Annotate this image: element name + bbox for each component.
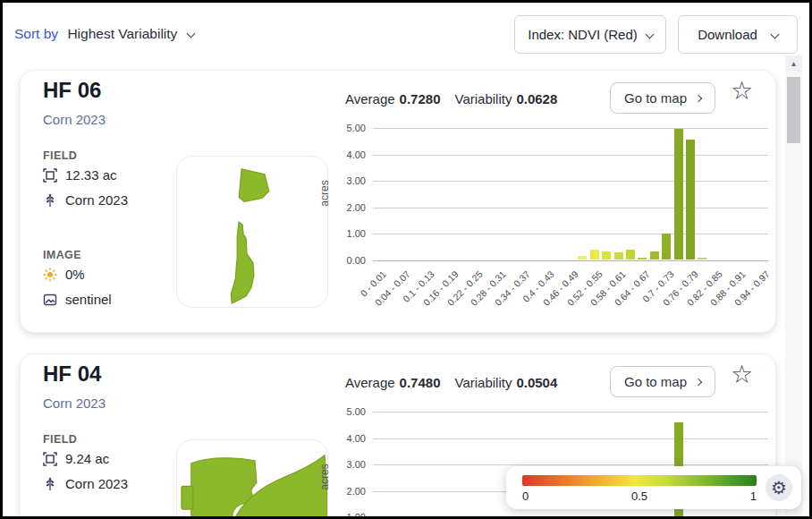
gear-icon: ⚙ — [771, 477, 787, 498]
image-section-label: IMAGE — [43, 249, 81, 261]
image-icon — [43, 293, 57, 307]
field-card-hf06: HF 06 Corn 2023 FIELD 12.33 ac Corn 2023 — [20, 70, 776, 333]
sun-icon — [43, 268, 57, 282]
average-label: Average — [345, 375, 395, 390]
chevron-down-icon — [770, 30, 779, 39]
field-area-row: 12.33 ac — [43, 167, 117, 183]
sort-by-control: Sort by Highest Variability — [14, 26, 194, 42]
y-axis-tick: 3.00 — [326, 459, 366, 470]
scrollbar-thumb[interactable] — [787, 77, 800, 143]
grid-line — [373, 517, 768, 518]
grid-line — [373, 234, 768, 234]
field-metrics: Average0.7280Variability0.0628 — [345, 91, 557, 106]
field-metrics: Average0.7480Variability0.0504 — [345, 375, 557, 390]
field-crop-value: Corn 2023 — [65, 192, 128, 208]
grid-line — [373, 128, 768, 129]
wheat-icon — [43, 477, 57, 491]
field-area-value: 9.24 ac — [65, 451, 109, 466]
go-to-map-label: Go to map — [624, 374, 687, 389]
y-axis-tick: 2.00 — [326, 202, 366, 213]
histogram-bar — [614, 252, 623, 260]
average-value: 0.7280 — [400, 91, 441, 106]
favorite-star-icon[interactable]: ☆ — [731, 79, 753, 104]
index-dropdown-label: Index: NDVI (Red) — [528, 27, 638, 42]
sort-by-value[interactable]: Highest Variability — [67, 26, 177, 41]
grid-line — [373, 155, 768, 156]
y-axis-tick: 1.00 — [326, 228, 366, 239]
y-axis-tick: 5.00 — [326, 123, 366, 133]
chevron-right-icon — [695, 94, 702, 101]
field-shape-hf06 — [177, 157, 327, 307]
grid-line — [373, 260, 768, 261]
y-axis-label: acres — [318, 450, 331, 504]
variability-label: Variability — [455, 91, 512, 106]
y-axis-label: acres — [318, 166, 331, 220]
histogram-bar — [686, 140, 695, 260]
image-source-row: sentinel — [43, 292, 112, 307]
area-bounds-icon — [43, 168, 57, 183]
settings-button[interactable]: ⚙ — [765, 474, 792, 501]
go-to-map-button[interactable]: Go to map — [610, 82, 715, 114]
field-shape-preview — [176, 156, 328, 308]
variability-label: Variability — [455, 375, 512, 390]
image-source-value: sentinel — [65, 292, 112, 307]
chevron-down-icon — [645, 30, 654, 39]
scale-min: 0 — [522, 489, 529, 503]
y-axis-tick: 1.00 — [326, 512, 366, 519]
y-axis-tick: 3.00 — [326, 175, 366, 186]
field-name: HF 06 — [43, 78, 101, 103]
variability-value: 0.0628 — [516, 91, 557, 106]
y-axis-tick: 2.00 — [326, 486, 366, 497]
sort-by-label: Sort by — [14, 26, 58, 41]
grid-line — [373, 181, 768, 182]
color-scale-gradient — [522, 475, 757, 486]
chevron-down-icon[interactable] — [186, 30, 195, 38]
field-section-label: FIELD — [43, 433, 77, 446]
field-section-label: FIELD — [43, 149, 77, 162]
vertical-scrollbar[interactable]: ▲ — [785, 55, 802, 516]
scale-mid: 0.5 — [631, 489, 647, 503]
histogram-bar — [674, 129, 683, 260]
chevron-right-icon — [695, 378, 702, 385]
histogram-bar — [590, 250, 599, 260]
go-to-map-label: Go to map — [624, 90, 687, 106]
field-crop-value: Corn 2023 — [65, 476, 128, 491]
favorite-star-icon[interactable]: ☆ — [731, 362, 753, 387]
field-area-row: 9.24 ac — [43, 451, 109, 466]
grid-line — [373, 412, 768, 413]
field-shape-preview — [176, 439, 328, 519]
cloud-cover-value: 0% — [65, 267, 85, 282]
grid-line — [373, 208, 768, 208]
download-dropdown[interactable]: Download — [678, 15, 798, 54]
scroll-up-button[interactable]: ▲ — [785, 55, 802, 72]
area-bounds-icon — [43, 452, 57, 466]
grid-line — [373, 438, 768, 439]
histogram-bar — [650, 251, 659, 260]
field-crop-row: Corn 2023 — [43, 192, 128, 208]
field-name: HF 04 — [43, 362, 101, 387]
y-axis-tick: 5.00 — [326, 406, 366, 417]
y-axis-tick: 0.00 — [326, 255, 366, 266]
histogram-bar — [626, 250, 635, 260]
index-dropdown[interactable]: Index: NDVI (Red) — [514, 15, 666, 54]
ndvi-color-legend: 0 0.5 1 ⚙ — [506, 466, 801, 509]
y-axis-tick: 4.00 — [326, 433, 366, 444]
scale-max: 1 — [750, 489, 757, 503]
app-window: Sort by Highest Variability Index: NDVI … — [0, 0, 812, 519]
field-shape-hf04 — [177, 440, 327, 519]
histogram-bar — [578, 256, 587, 260]
histogram-bar — [602, 251, 611, 260]
variability-value: 0.0504 — [516, 375, 557, 390]
color-scale-labels: 0 0.5 1 — [522, 489, 757, 503]
field-season: Corn 2023 — [43, 396, 106, 411]
field-crop-row: Corn 2023 — [43, 476, 128, 491]
field-season: Corn 2023 — [43, 112, 106, 127]
cloud-cover-row: 0% — [43, 267, 85, 282]
histogram-bar — [638, 258, 647, 260]
y-axis-tick: 4.00 — [326, 149, 366, 160]
wheat-icon — [43, 193, 57, 208]
histogram-hf06: 5.004.003.002.001.000.00acres0 - 0.010.0… — [373, 128, 768, 260]
histogram-bar — [698, 258, 706, 260]
go-to-map-button[interactable]: Go to map — [610, 366, 715, 397]
field-area-value: 12.33 ac — [65, 167, 117, 183]
